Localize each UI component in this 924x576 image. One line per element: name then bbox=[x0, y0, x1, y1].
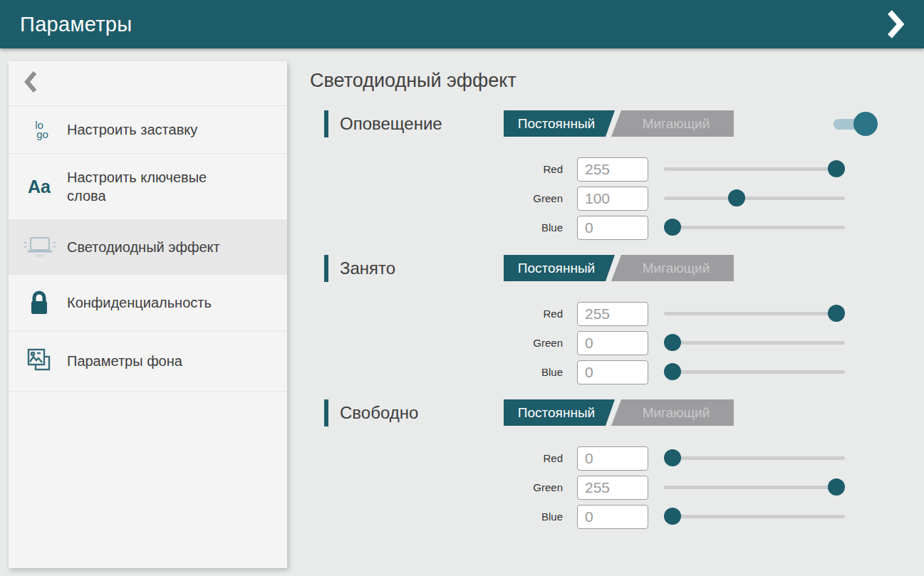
channel-value-input[interactable] bbox=[577, 302, 648, 326]
channel-value-input[interactable] bbox=[577, 446, 648, 471]
channel-value-input[interactable] bbox=[577, 331, 648, 355]
sidebar: lo go Настроить заставку Aa Настроить кл… bbox=[9, 61, 287, 568]
section-busy: Занято Постоянный Мигающий Red Green bbox=[324, 255, 924, 387]
mode-toggle: Постоянный Мигающий bbox=[504, 255, 734, 281]
keywords-icon: Aa bbox=[23, 178, 56, 196]
sidebar-item-label: Параметры фона bbox=[67, 352, 182, 370]
slider-thumb[interactable] bbox=[664, 449, 681, 466]
led-screen-icon bbox=[23, 234, 56, 260]
section-title: Свободно bbox=[340, 403, 418, 423]
channel-value-input[interactable] bbox=[577, 505, 648, 529]
sidebar-item-led-effect[interactable]: Светодиодный эффект bbox=[9, 220, 287, 275]
slider-thumb[interactable] bbox=[828, 305, 845, 322]
channel-value-input[interactable] bbox=[577, 216, 648, 240]
sidebar-item-keywords[interactable]: Aa Настроить ключевые слова bbox=[9, 154, 287, 220]
sidebar-item-label: Настроить ключевые слова bbox=[67, 168, 238, 205]
channel-slider[interactable] bbox=[664, 226, 845, 229]
section-accent-bar bbox=[324, 255, 328, 282]
channel-value-input[interactable] bbox=[577, 187, 648, 211]
mode-solid-button[interactable]: Постоянный bbox=[504, 110, 615, 137]
channel-slider[interactable] bbox=[664, 486, 845, 489]
channel-row: Red bbox=[324, 155, 924, 184]
channel-label: Green bbox=[324, 481, 563, 493]
section-title: Оповещение bbox=[340, 114, 442, 134]
channel-label: Red bbox=[324, 452, 563, 464]
led-effect-panel: Светодиодный эффект Оповещение Постоянны… bbox=[310, 70, 924, 544]
channel-slider[interactable] bbox=[664, 197, 845, 200]
section-notification: Оповещение Постоянный Мигающий Red Green bbox=[324, 110, 924, 242]
channel-slider[interactable] bbox=[664, 370, 845, 374]
sidebar-item-background[interactable]: Параметры фона bbox=[9, 331, 287, 392]
channel-value-input[interactable] bbox=[577, 476, 648, 500]
channel-slider[interactable] bbox=[664, 515, 845, 518]
panel-title: Светодиодный эффект bbox=[310, 70, 924, 92]
sidebar-item-splash-screen[interactable]: lo go Настроить заставку bbox=[9, 106, 287, 154]
mode-solid-button[interactable]: Постоянный bbox=[504, 255, 615, 281]
back-chevron-icon bbox=[24, 70, 37, 97]
channel-slider[interactable] bbox=[664, 456, 845, 460]
channel-slider[interactable] bbox=[664, 341, 845, 345]
slider-thumb[interactable] bbox=[664, 334, 681, 351]
mode-blinking-button[interactable]: Мигающий bbox=[611, 399, 734, 426]
app-header: Параметры bbox=[0, 0, 924, 48]
section-free: Свободно Постоянный Мигающий Red Green bbox=[324, 399, 924, 531]
channel-row: Green bbox=[324, 473, 924, 502]
channel-label: Green bbox=[324, 192, 563, 204]
switch-knob bbox=[853, 112, 878, 136]
slider-thumb[interactable] bbox=[664, 219, 681, 236]
channel-label: Blue bbox=[324, 366, 563, 378]
channel-row: Green bbox=[324, 328, 924, 357]
channel-slider[interactable] bbox=[664, 312, 845, 315]
sidebar-item-label: Настроить заставку bbox=[67, 120, 197, 139]
section-accent-bar bbox=[324, 110, 328, 137]
section-title: Занято bbox=[340, 258, 395, 278]
sidebar-item-label: Конфиденциальность bbox=[67, 293, 212, 312]
sidebar-item-label: Светодиодный эффект bbox=[67, 238, 220, 256]
channel-row: Blue bbox=[324, 502, 924, 531]
section-accent-bar bbox=[324, 399, 328, 426]
mode-toggle: Постоянный Мигающий bbox=[504, 110, 734, 137]
forward-chevron-icon[interactable] bbox=[887, 9, 904, 40]
slider-thumb[interactable] bbox=[664, 508, 681, 525]
channel-row: Red bbox=[324, 444, 924, 473]
led-enable-switch[interactable] bbox=[834, 110, 872, 137]
lock-icon bbox=[23, 289, 56, 316]
sidebar-back-button[interactable] bbox=[9, 61, 287, 106]
channel-label: Red bbox=[324, 308, 563, 320]
logo-icon: lo go bbox=[23, 120, 56, 139]
channel-value-input[interactable] bbox=[577, 360, 648, 384]
slider-thumb[interactable] bbox=[664, 363, 681, 380]
sidebar-item-privacy[interactable]: Конфиденциальность bbox=[9, 275, 287, 331]
channel-row: Blue bbox=[324, 213, 924, 242]
channel-value-input[interactable] bbox=[577, 157, 648, 182]
mode-blinking-button[interactable]: Мигающий bbox=[611, 255, 734, 281]
channel-slider[interactable] bbox=[664, 167, 845, 171]
mode-blinking-button[interactable]: Мигающий bbox=[611, 110, 734, 137]
slider-thumb[interactable] bbox=[828, 160, 845, 177]
mode-toggle: Постоянный Мигающий bbox=[504, 399, 734, 426]
background-image-icon bbox=[23, 345, 56, 377]
mode-solid-button[interactable]: Постоянный bbox=[504, 399, 615, 426]
channel-row: Green bbox=[324, 184, 924, 213]
channel-label: Green bbox=[324, 337, 563, 349]
channel-row: Red bbox=[324, 299, 924, 328]
channel-row: Blue bbox=[324, 357, 924, 387]
channel-label: Blue bbox=[324, 221, 563, 234]
channel-label: Red bbox=[324, 163, 563, 175]
page-title: Параметры bbox=[20, 13, 132, 36]
slider-thumb[interactable] bbox=[828, 478, 845, 496]
slider-thumb[interactable] bbox=[728, 189, 745, 206]
channel-label: Blue bbox=[324, 510, 563, 523]
